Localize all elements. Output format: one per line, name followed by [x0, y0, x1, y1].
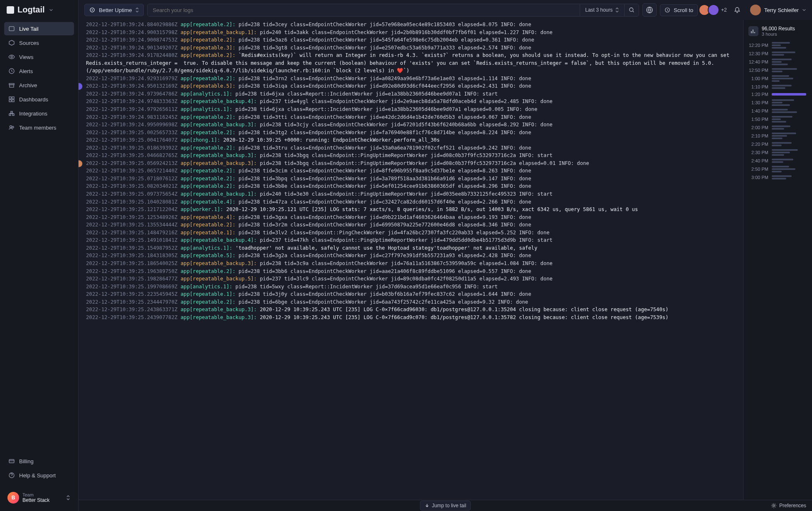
timeline-row[interactable]: 2:30 PM: [747, 148, 809, 157]
log-line[interactable]: 2022-12-29T10:39:25.149101841Z app[repea…: [84, 236, 737, 244]
log-line[interactable]: 2022-12-29T10:39:24.950132169Z app[repea…: [84, 82, 737, 90]
nav-item-sources[interactable]: Sources: [4, 36, 74, 49]
log-tag: app[repeatable.2]:: [180, 168, 235, 174]
team-members-icon: [8, 124, 15, 131]
timeline-row[interactable]: 1:10 PM: [747, 83, 809, 91]
timeline-row[interactable]: 1:20 PM: [747, 91, 809, 98]
svg-rect-6: [12, 97, 14, 99]
log-line[interactable]: 2022-12-29T10:39:24.973964786Z app[analy…: [84, 90, 737, 98]
log-line[interactable]: 2022-12-29T10:39:25.199708669Z app[analy…: [84, 283, 737, 291]
brand-area[interactable]: Logtail: [0, 0, 78, 20]
log-line[interactable]: 2022-12-29T10:39:24.979265611Z app[analy…: [84, 106, 737, 113]
log-line[interactable]: 2022-12-29T10:39:24.917824480Z app[repea…: [84, 52, 737, 75]
log-line[interactable]: 2022-12-29T10:39:24.995099698Z app[repea…: [84, 121, 737, 129]
team-switcher[interactable]: B Team Better Stack: [4, 489, 74, 507]
log-line[interactable]: 2022-12-29T10:39:25.018639392Z app[repea…: [84, 144, 737, 152]
log-timestamp: 2022-12-29T10:39:25.002565733Z: [86, 130, 177, 135]
timeline-row[interactable]: 12:40 PM: [747, 57, 809, 66]
timeline-row[interactable]: 2:40 PM: [747, 157, 809, 165]
log-line[interactable]: 2022-12-29T10:39:25.243907782Z app[repea…: [84, 314, 737, 322]
log-timestamp: 2022-12-29T10:39:25.243907782Z: [86, 314, 177, 320]
timeline-bars: [772, 42, 808, 49]
log-line[interactable]: 2022-12-29T10:39:25.065721440Z app[repea…: [84, 167, 737, 175]
log-line[interactable]: 2022-12-29T10:39:24.900874753Z app[repea…: [84, 36, 737, 44]
sidebar: Logtail Live TailSourcesViewsAlertsArchi…: [0, 0, 79, 511]
log-line[interactable]: 2022-12-29T10:39:24.900315798Z app[repea…: [84, 29, 737, 37]
log-line[interactable]: 2022-12-29T10:39:25.148479216Z app[repea…: [84, 229, 737, 237]
search-button[interactable]: [624, 4, 639, 16]
timeline-row[interactable]: 1:00 PM: [747, 74, 809, 83]
log-line[interactable]: 2022-12-29T10:39:25.154987952Z app[analy…: [84, 244, 737, 252]
notifications-button[interactable]: [730, 3, 744, 17]
log-message: pid=238 tid=3bgq class=Endpoint::PingUpt…: [260, 152, 552, 158]
nav-item-alerts[interactable]: Alerts: [4, 64, 74, 78]
presence-avatars[interactable]: +2: [701, 4, 727, 16]
user-menu[interactable]: Terry Schleifer: [750, 5, 806, 15]
jump-to-live-button[interactable]: Jump to live tail: [420, 501, 471, 511]
log-line[interactable]: 2022-12-29T10:39:24.974833363Z app[repea…: [84, 98, 737, 106]
log-line[interactable]: 2022-12-29T10:39:25.234447970Z app[repea…: [84, 298, 737, 306]
log-line[interactable]: 2022-12-29T10:39:25.243863371Z app[repea…: [84, 306, 737, 314]
log-message: 2020-12-29 10:39:25 +0000: running: Endp…: [223, 137, 440, 143]
nav-item-integrations[interactable]: Integrations: [4, 107, 74, 120]
log-line[interactable]: 2022-12-29T10:39:25.186540025Z app[repea…: [84, 260, 737, 268]
log-message: pid=238 tid=3bpq class=EndpointCheckWork…: [239, 176, 531, 182]
log-line[interactable]: 2022-12-29T10:39:25.071807612Z app[repea…: [84, 175, 737, 183]
timeline-row[interactable]: 12:30 PM: [747, 50, 809, 57]
log-line[interactable]: 2022-12-29T10:39:25.104028081Z app[repea…: [84, 198, 737, 206]
log-line[interactable]: 2022-12-29T10:39:25.056924213Z app[repea…: [84, 160, 737, 167]
scroll-to-button[interactable]: Scroll to: [660, 4, 698, 16]
timeline-row[interactable]: 3:00 PM: [747, 174, 809, 181]
timeline-bars: [772, 125, 808, 130]
log-line[interactable]: 2022-12-29T10:39:24.884029886Z app[repea…: [84, 21, 737, 29]
timeline[interactable]: 12:20 PM12:30 PM12:40 PM12:50 PM1:00 PM1…: [747, 41, 809, 507]
log-timestamp: 2022-12-29T10:39:25.234447970Z: [86, 299, 177, 305]
log-line[interactable]: 2022-12-29T10:39:25.196389750Z app[repea…: [84, 268, 737, 275]
log-viewport[interactable]: 2022-12-29T10:39:24.884029886Z app[repea…: [79, 20, 743, 511]
log-line[interactable]: 2022-12-29T10:39:25.198286477Z app[repea…: [84, 275, 737, 283]
nav-item-archive[interactable]: Archive: [4, 79, 74, 92]
log-tag: app[repeatable.2]:: [180, 176, 235, 182]
nav-item-dashboards[interactable]: Dashboards: [4, 93, 74, 106]
log-line[interactable]: 2022-12-29T10:39:25.135534444Z app[repea…: [84, 221, 737, 229]
log-line[interactable]: 2022-12-29T10:39:25.223545945Z app[repea…: [84, 290, 737, 298]
chart-icon[interactable]: [748, 26, 758, 36]
log-line[interactable]: 2022-12-29T10:39:25.097375654Z app[repea…: [84, 190, 737, 198]
timeline-row[interactable]: 12:50 PM: [747, 66, 809, 74]
timeline-row[interactable]: 1:30 PM: [747, 98, 809, 107]
nav-item-views[interactable]: Views: [4, 50, 74, 64]
log-line[interactable]: 2022-12-29T10:39:25.002565733Z app[repea…: [84, 129, 737, 137]
nav-item-live-tail[interactable]: Live Tail: [4, 22, 74, 35]
search-input[interactable]: [148, 4, 580, 16]
log-timestamp: 2022-12-29T10:39:25.018639392Z: [86, 145, 177, 151]
log-tag: app[repeatable.1]:: [180, 230, 235, 236]
timeline-row[interactable]: 1:50 PM: [747, 115, 809, 124]
nav-item-billing[interactable]: Billing: [4, 454, 74, 468]
log-line[interactable]: 2022-12-29T10:39:25.121712204Z app[worke…: [84, 206, 737, 214]
log-timestamp: 2022-12-29T10:39:25.199708669Z: [86, 284, 177, 290]
meridian-button[interactable]: [642, 3, 657, 17]
log-line[interactable]: 2022-12-29T10:39:25.046682765Z app[repea…: [84, 152, 737, 160]
log-line[interactable]: 2022-12-29T10:39:24.929316979Z app[repea…: [84, 75, 737, 83]
log-line[interactable]: 2022-12-29T10:39:24.901349207Z app[repea…: [84, 44, 737, 52]
timeline-row[interactable]: 2:00 PM: [747, 124, 809, 131]
timeline-row[interactable]: 1:40 PM: [747, 107, 809, 115]
log-line[interactable]: 2022-12-29T10:39:25.125348926Z app[repea…: [84, 214, 737, 221]
nav-item-help-support[interactable]: Help & Support: [4, 469, 74, 482]
timeline-row[interactable]: 2:20 PM: [747, 140, 809, 148]
log-line[interactable]: 2022-12-29T10:39:25.004176407Z app[zhong…: [84, 136, 737, 144]
time-range-selector[interactable]: Last 3 hours: [580, 4, 624, 16]
nav-item-team-members[interactable]: Team members: [4, 121, 74, 134]
timeline-row[interactable]: 2:50 PM: [747, 165, 809, 174]
timeline-row[interactable]: 12:20 PM: [747, 41, 809, 50]
log-line[interactable]: 2022-12-29T10:39:24.983116245Z app[repea…: [84, 113, 737, 121]
timeline-row[interactable]: 2:10 PM: [747, 131, 809, 140]
preferences-button[interactable]: Preferences: [771, 503, 806, 509]
log-message: pid=238 tid=3j0y class=EndpointCheckWork…: [239, 291, 531, 297]
topbar: Better Uptime Last 3 hours Scroll to: [79, 0, 812, 20]
log-line[interactable]: 2022-12-29T10:39:25.082034021Z app[repea…: [84, 182, 737, 190]
log-timestamp: 2022-12-29T10:39:24.901349207Z: [86, 45, 177, 51]
log-line[interactable]: 2022-12-29T10:39:25.184318305Z app[repea…: [84, 252, 737, 260]
source-selector[interactable]: Better Uptime: [84, 4, 144, 16]
log-tag: app[repeatable_backup.3]:: [180, 152, 256, 158]
